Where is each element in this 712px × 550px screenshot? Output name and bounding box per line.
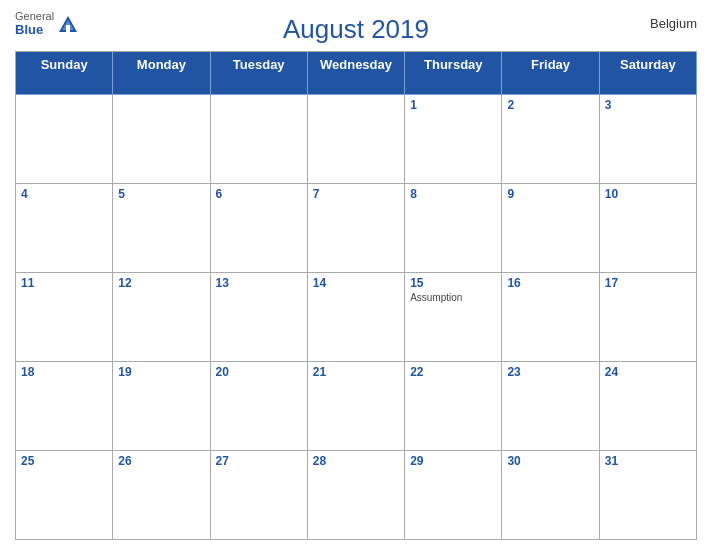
logo-text: General Blue <box>15 10 54 37</box>
calendar-title: August 2019 <box>283 14 429 45</box>
header-saturday: Saturday <box>600 52 697 95</box>
header-thursday: Thursday <box>405 52 502 95</box>
day-cell-3: 3 <box>600 95 697 184</box>
day-cell-27: 27 <box>211 451 308 540</box>
calendar-header: General Blue August 2019 Belgium <box>15 10 697 45</box>
day-cell-2: 2 <box>502 95 599 184</box>
day-cell-12: 12 <box>113 273 210 362</box>
header-wednesday: Wednesday <box>308 52 405 95</box>
day-cell-9: 9 <box>502 184 599 273</box>
day-cell-22: 22 <box>405 362 502 451</box>
calendar-grid: Sunday Monday Tuesday Wednesday Thursday… <box>15 51 697 540</box>
header-friday: Friday <box>502 52 599 95</box>
day-cell <box>308 95 405 184</box>
day-cell <box>16 95 113 184</box>
day-cell-7: 7 <box>308 184 405 273</box>
header-tuesday: Tuesday <box>211 52 308 95</box>
country-label: Belgium <box>650 16 697 31</box>
day-cell-5: 5 <box>113 184 210 273</box>
logo-general: General <box>15 10 54 22</box>
svg-rect-2 <box>66 25 70 32</box>
header-monday: Monday <box>113 52 210 95</box>
day-cell-20: 20 <box>211 362 308 451</box>
day-cell-4: 4 <box>16 184 113 273</box>
day-cell-25: 25 <box>16 451 113 540</box>
day-cell-19: 19 <box>113 362 210 451</box>
day-cell-26: 26 <box>113 451 210 540</box>
calendar-container: General Blue August 2019 Belgium Sunday … <box>0 0 712 550</box>
day-cell-28: 28 <box>308 451 405 540</box>
day-cell-24: 24 <box>600 362 697 451</box>
day-cell-15: 15 Assumption <box>405 273 502 362</box>
logo-blue: Blue <box>15 22 54 37</box>
header-sunday: Sunday <box>16 52 113 95</box>
day-cell-14: 14 <box>308 273 405 362</box>
day-cell-11: 11 <box>16 273 113 362</box>
day-cell-13: 13 <box>211 273 308 362</box>
day-cell-31: 31 <box>600 451 697 540</box>
day-cell-16: 16 <box>502 273 599 362</box>
day-cell-17: 17 <box>600 273 697 362</box>
day-cell <box>211 95 308 184</box>
day-cell <box>113 95 210 184</box>
day-cell-6: 6 <box>211 184 308 273</box>
day-cell-30: 30 <box>502 451 599 540</box>
day-cell-21: 21 <box>308 362 405 451</box>
day-cell-8: 8 <box>405 184 502 273</box>
logo: General Blue <box>15 10 79 37</box>
day-cell-29: 29 <box>405 451 502 540</box>
day-cell-18: 18 <box>16 362 113 451</box>
day-cell-1: 1 <box>405 95 502 184</box>
day-cell-10: 10 <box>600 184 697 273</box>
day-cell-23: 23 <box>502 362 599 451</box>
logo-icon <box>57 14 79 36</box>
